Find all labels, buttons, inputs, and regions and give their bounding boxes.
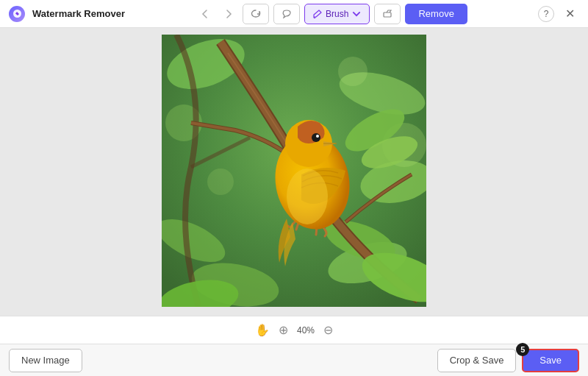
svg-point-19	[316, 135, 319, 138]
remove-button[interactable]: Remove	[405, 4, 467, 24]
close-button[interactable]: ✕	[560, 4, 579, 24]
save-button[interactable]: Save	[522, 349, 579, 372]
zoom-out-icon[interactable]: ⊖	[323, 323, 333, 337]
speech-tool-button[interactable]	[273, 4, 300, 24]
crop-save-button[interactable]: Crop & Save	[437, 349, 517, 372]
bird-image	[162, 35, 426, 307]
brush-tool-button[interactable]: Brush	[304, 4, 370, 24]
zoombar: ✋ ⊕ 40% ⊖	[0, 316, 588, 344]
back-button[interactable]	[196, 4, 215, 24]
image-container	[162, 35, 426, 310]
titlebar-right: ? ✕	[538, 4, 579, 24]
svg-point-20	[287, 169, 328, 224]
speech-icon	[282, 9, 292, 19]
canvas-area	[0, 28, 588, 316]
chevron-down-icon	[351, 9, 362, 19]
save-btn-wrapper: 5 Save	[522, 349, 579, 372]
titlebar: Watermark Remover Brush	[0, 0, 588, 28]
save-badge: 5	[516, 343, 529, 356]
svg-point-12	[207, 169, 234, 195]
hand-icon[interactable]: ✋	[255, 323, 270, 337]
eraser-tool-button[interactable]	[374, 4, 401, 24]
lasso-tool-button[interactable]	[243, 4, 269, 24]
brush-label: Brush	[326, 9, 348, 19]
bottombar: New Image Crop & Save 5 Save	[0, 344, 588, 376]
svg-point-11	[338, 57, 368, 86]
forward-button[interactable]	[219, 4, 238, 24]
bottom-right-actions: Crop & Save 5 Save	[437, 349, 579, 372]
help-button[interactable]: ?	[538, 6, 554, 22]
app-title: Watermark Remover	[32, 8, 125, 19]
lasso-icon	[251, 9, 261, 19]
svg-point-18	[312, 133, 320, 142]
eraser-icon	[382, 9, 392, 19]
svg-rect-1	[384, 13, 391, 17]
zoom-in-icon[interactable]: ⊕	[279, 323, 288, 337]
toolbar: Brush Remove	[196, 4, 467, 24]
app-logo	[9, 6, 25, 22]
titlebar-left: Watermark Remover	[9, 6, 125, 22]
brush-icon	[312, 9, 323, 19]
zoom-percent: 40%	[297, 325, 315, 336]
new-image-button[interactable]: New Image	[9, 349, 82, 372]
